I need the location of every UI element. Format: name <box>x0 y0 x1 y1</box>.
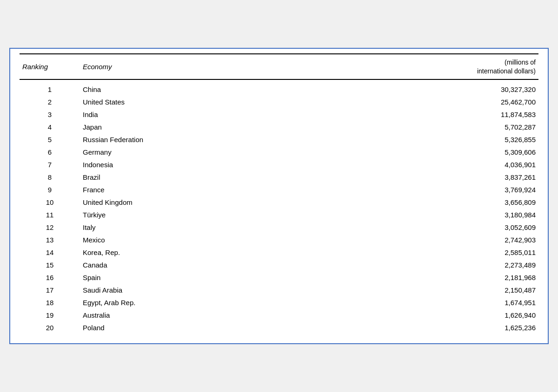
table-row: 4Japan5,702,287 <box>20 121 538 133</box>
cell-rank: 20 <box>20 321 80 334</box>
cell-rank: 6 <box>20 146 80 158</box>
table-row: 14Korea, Rep.2,585,011 <box>20 246 538 259</box>
cell-economy: Mexico <box>80 234 219 246</box>
table-row: 7Indonesia4,036,901 <box>20 158 538 171</box>
table-row: 16Spain2,181,968 <box>20 271 538 284</box>
cell-rank: 19 <box>20 309 80 321</box>
table-row: 12Italy3,052,609 <box>20 221 538 234</box>
col-header-economy: Economy <box>80 54 219 79</box>
cell-value: 3,052,609 <box>219 221 538 234</box>
header-note-line2: international dollars) <box>477 67 536 75</box>
cell-value: 4,036,901 <box>219 158 538 171</box>
table-row: 3India11,874,583 <box>20 108 538 121</box>
cell-economy: Saudi Arabia <box>80 284 219 296</box>
main-container: Ranking Economy (millions of internation… <box>9 48 549 344</box>
table-row: 15Canada2,273,489 <box>20 259 538 271</box>
cell-value: 2,273,489 <box>219 259 538 271</box>
cell-value: 25,462,700 <box>219 96 538 108</box>
cell-economy: Japan <box>80 121 219 133</box>
header-note-line1: (millions of <box>505 59 536 66</box>
cell-rank: 2 <box>20 96 80 108</box>
cell-rank: 1 <box>20 79 80 96</box>
cell-rank: 10 <box>20 196 80 209</box>
cell-economy: Russian Federation <box>80 133 219 146</box>
table-row: 1China30,327,320 <box>20 79 538 96</box>
cell-value: 1,625,236 <box>219 321 538 334</box>
cell-rank: 14 <box>20 246 80 259</box>
table-row: 19Australia1,626,940 <box>20 309 538 321</box>
cell-rank: 4 <box>20 121 80 133</box>
cell-rank: 5 <box>20 133 80 146</box>
col-header-ranking: Ranking <box>20 54 80 79</box>
table-row: 11Türkiye3,180,984 <box>20 209 538 221</box>
cell-value: 2,742,903 <box>219 234 538 246</box>
table-row: 8Brazil3,837,261 <box>20 171 538 183</box>
cell-economy: United States <box>80 96 219 108</box>
cell-value: 1,674,951 <box>219 296 538 309</box>
cell-economy: Türkiye <box>80 209 219 221</box>
cell-value: 5,326,855 <box>219 133 538 146</box>
cell-economy: United Kingdom <box>80 196 219 209</box>
table-row: 2United States25,462,700 <box>20 96 538 108</box>
cell-rank: 12 <box>20 221 80 234</box>
cell-economy: Canada <box>80 259 219 271</box>
cell-value: 5,309,606 <box>219 146 538 158</box>
cell-rank: 16 <box>20 271 80 284</box>
cell-economy: Australia <box>80 309 219 321</box>
cell-value: 3,837,261 <box>219 171 538 183</box>
cell-economy: India <box>80 108 219 121</box>
cell-economy: Egypt, Arab Rep. <box>80 296 219 309</box>
cell-economy: France <box>80 183 219 196</box>
cell-economy: Germany <box>80 146 219 158</box>
cell-economy: China <box>80 79 219 96</box>
cell-value: 30,327,320 <box>219 79 538 96</box>
table-row: 18Egypt, Arab Rep.1,674,951 <box>20 296 538 309</box>
table-row: 6Germany5,309,606 <box>20 146 538 158</box>
cell-rank: 13 <box>20 234 80 246</box>
cell-rank: 7 <box>20 158 80 171</box>
cell-rank: 18 <box>20 296 80 309</box>
cell-value: 2,150,487 <box>219 284 538 296</box>
cell-economy: Poland <box>80 321 219 334</box>
cell-value: 3,769,924 <box>219 183 538 196</box>
table-row: 17Saudi Arabia2,150,487 <box>20 284 538 296</box>
cell-rank: 8 <box>20 171 80 183</box>
col-header-value: (millions of international dollars) <box>219 54 538 79</box>
table-row: 20Poland1,625,236 <box>20 321 538 334</box>
table-row: 9France3,769,924 <box>20 183 538 196</box>
rankings-table: Ranking Economy (millions of internation… <box>20 53 538 333</box>
cell-value: 5,702,287 <box>219 121 538 133</box>
cell-rank: 11 <box>20 209 80 221</box>
cell-value: 11,874,583 <box>219 108 538 121</box>
table-row: 10United Kingdom3,656,809 <box>20 196 538 209</box>
cell-value: 2,585,011 <box>219 246 538 259</box>
cell-economy: Korea, Rep. <box>80 246 219 259</box>
table-row: 13Mexico2,742,903 <box>20 234 538 246</box>
cell-value: 3,656,809 <box>219 196 538 209</box>
cell-rank: 9 <box>20 183 80 196</box>
cell-rank: 15 <box>20 259 80 271</box>
cell-economy: Indonesia <box>80 158 219 171</box>
cell-value: 3,180,984 <box>219 209 538 221</box>
cell-value: 1,626,940 <box>219 309 538 321</box>
table-row: 5Russian Federation5,326,855 <box>20 133 538 146</box>
cell-economy: Spain <box>80 271 219 284</box>
cell-rank: 3 <box>20 108 80 121</box>
cell-value: 2,181,968 <box>219 271 538 284</box>
cell-economy: Italy <box>80 221 219 234</box>
cell-rank: 17 <box>20 284 80 296</box>
cell-economy: Brazil <box>80 171 219 183</box>
